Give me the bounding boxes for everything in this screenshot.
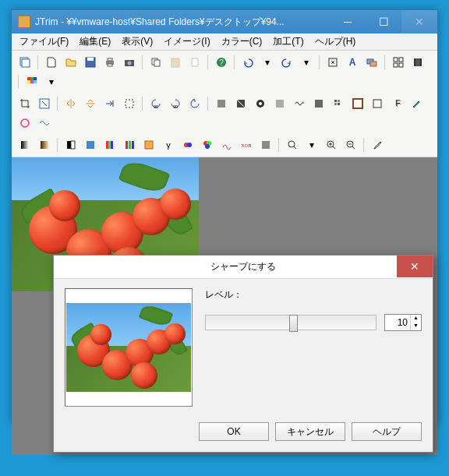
ok-button[interactable]: OK [199, 422, 269, 441]
svg-rect-60 [129, 141, 131, 149]
xor-icon[interactable]: XOR [238, 136, 255, 153]
soften-icon[interactable] [213, 95, 230, 112]
zoom-in-icon[interactable] [323, 136, 340, 153]
svg-rect-42 [334, 100, 337, 102]
minimize-button[interactable]: ─ [330, 10, 366, 33]
film-icon[interactable] [409, 54, 426, 71]
brightness-icon[interactable] [140, 136, 157, 153]
svg-rect-29 [27, 80, 30, 83]
halftone-icon[interactable] [257, 136, 274, 153]
menu-effect[interactable]: 加工(T) [268, 33, 308, 50]
shift-icon[interactable] [101, 95, 118, 112]
palette-dropdown-icon[interactable]: ▾ [43, 73, 60, 90]
menu-help[interactable]: ヘルプ(H) [310, 33, 361, 50]
redo-dropdown-icon[interactable]: ▾ [298, 54, 315, 71]
svg-rect-27 [30, 77, 34, 80]
flip-h-icon[interactable] [62, 95, 80, 112]
grayscale-icon[interactable] [16, 136, 34, 153]
fit-icon[interactable] [324, 54, 341, 71]
menu-file[interactable]: ファイル(F) [15, 33, 73, 50]
resize-icon[interactable] [36, 95, 53, 112]
menu-edit[interactable]: 編集(E) [75, 33, 115, 50]
paste-icon[interactable] [167, 54, 184, 71]
rotate-right-icon[interactable]: 90 [167, 95, 184, 112]
info-icon[interactable]: ? [213, 54, 230, 71]
cut-icon[interactable] [186, 54, 203, 71]
svg-rect-56 [106, 141, 108, 149]
svg-rect-62 [145, 141, 153, 149]
sepia-icon[interactable] [36, 136, 53, 153]
compose-icon[interactable] [363, 54, 380, 71]
svg-rect-61 [132, 141, 134, 149]
palette-icon[interactable] [23, 73, 41, 90]
cancel-button[interactable]: キャンセル [275, 422, 345, 441]
undo-dropdown-icon[interactable]: ▾ [259, 54, 276, 71]
menu-color[interactable]: カラー(C) [217, 33, 267, 50]
open-file-icon[interactable] [62, 54, 80, 71]
twocolor-icon[interactable] [179, 136, 196, 153]
hue-icon[interactable] [101, 136, 118, 153]
emboss-icon[interactable] [271, 95, 288, 112]
zoom-out-icon[interactable] [342, 136, 359, 153]
svg-rect-30 [30, 80, 34, 83]
spread-icon[interactable] [310, 95, 327, 112]
solarize-icon[interactable] [218, 136, 235, 153]
flip-v-icon[interactable] [82, 95, 99, 112]
crop-icon[interactable] [16, 95, 34, 112]
zoom-fit-icon[interactable] [284, 136, 301, 153]
mosaic-icon[interactable] [330, 95, 347, 112]
svg-rect-58 [111, 141, 113, 149]
camera-icon[interactable] [121, 54, 138, 71]
noise-icon[interactable] [291, 95, 308, 112]
circle-icon[interactable] [16, 115, 34, 132]
dialog-close-button[interactable]: ✕ [397, 256, 433, 277]
hsv-icon[interactable] [199, 136, 216, 153]
dialog-title: シャープにする [210, 260, 276, 273]
svg-rect-40 [276, 100, 284, 108]
new-file-icon[interactable] [43, 54, 60, 71]
canvas-icon[interactable] [121, 95, 138, 112]
posterize-icon[interactable] [82, 136, 99, 153]
invert-icon[interactable] [62, 136, 80, 153]
maximize-button[interactable]: ☐ [366, 10, 401, 33]
eyedropper-icon[interactable] [369, 136, 386, 153]
menu-view[interactable]: 表示(V) [117, 33, 157, 50]
rotate-left-icon[interactable]: 90 [147, 95, 164, 112]
close-button[interactable]: ✕ [401, 10, 437, 33]
edge-icon[interactable] [369, 95, 386, 112]
gamma-icon[interactable]: γ [160, 136, 177, 153]
svg-rect-53 [67, 141, 71, 149]
undo-icon[interactable] [239, 54, 256, 71]
zoom-dropdown-icon[interactable]: ▾ [303, 136, 320, 153]
level-input[interactable] [385, 317, 410, 328]
level-slider[interactable] [205, 315, 377, 330]
grid-icon[interactable] [390, 54, 407, 71]
redo-icon[interactable] [278, 54, 295, 71]
rotate-free-icon[interactable] [186, 95, 203, 112]
copy-icon[interactable] [147, 54, 164, 71]
text-icon[interactable]: A [344, 54, 361, 71]
shadow-icon[interactable]: FF [388, 95, 405, 112]
svg-rect-10 [154, 60, 160, 66]
svg-point-71 [288, 141, 295, 147]
print-icon[interactable] [101, 54, 118, 71]
level-spinner[interactable]: ▲ ▼ [384, 314, 422, 331]
frame-icon[interactable] [349, 95, 366, 112]
save-icon[interactable] [82, 54, 99, 71]
svg-rect-47 [373, 100, 381, 108]
blur-icon[interactable] [252, 95, 269, 112]
svg-rect-55 [87, 141, 94, 149]
spinner-down-icon[interactable]: ▼ [410, 323, 421, 330]
new-window-icon[interactable] [16, 54, 34, 71]
menu-image[interactable]: イメージ(I) [159, 33, 214, 50]
rgb-icon[interactable] [121, 136, 138, 153]
preview-image [66, 303, 191, 392]
svg-rect-25 [420, 58, 422, 66]
help-button[interactable]: ヘルプ [352, 422, 422, 441]
pencil-icon[interactable] [408, 95, 425, 112]
spinner-up-icon[interactable]: ▲ [410, 315, 421, 323]
sharpen-icon[interactable] [232, 95, 249, 112]
slider-thumb-icon[interactable] [289, 315, 298, 332]
wave-icon[interactable] [36, 115, 53, 132]
svg-rect-43 [338, 100, 340, 102]
